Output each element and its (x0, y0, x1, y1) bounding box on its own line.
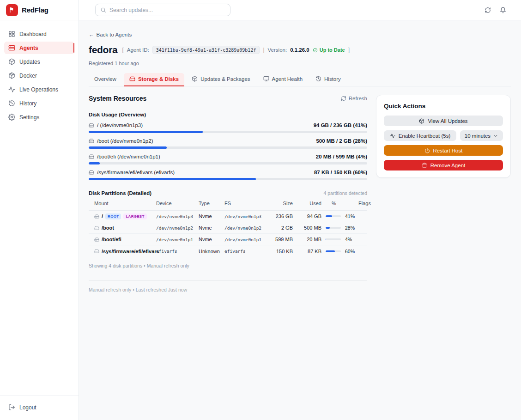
remove-agent-button[interactable]: Remove Agent (384, 160, 503, 170)
partitions-table: MountDeviceTypeFSSizeUsed%Flags/ROOTLARG… (89, 201, 367, 257)
tab-history[interactable]: History (310, 73, 346, 86)
tab-agent-health[interactable]: Agent Health (258, 73, 309, 86)
version-value: 0.1.26.0 (290, 47, 309, 53)
sidebar-item-dashboard[interactable]: Dashboard (4, 28, 74, 40)
view-all-updates-button[interactable]: View All Updates (384, 116, 503, 126)
logout-label: Logout (19, 404, 36, 411)
section-title: System Resources (89, 95, 146, 102)
disk-usage-heading: Disk Usage (Overview) (89, 112, 367, 117)
harddrive-icon (89, 154, 94, 159)
search-input[interactable]: Search updates... (95, 4, 230, 16)
package-icon (8, 58, 15, 65)
logout-icon (8, 404, 15, 411)
sidebar-item-agents[interactable]: Agents (4, 42, 74, 54)
sync-icon[interactable] (485, 7, 491, 13)
quick-actions-panel: Quick Actions View All Updates Enable He… (376, 95, 511, 178)
history-icon (8, 100, 15, 107)
sidebar-item-history[interactable]: History (4, 97, 74, 110)
activity-icon (8, 86, 15, 93)
enable-heartbeat-button[interactable]: Enable Heartbeat (5s) (384, 130, 456, 141)
table-header: MountDeviceTypeFSSizeUsed%Flags (89, 201, 367, 211)
back-link[interactable]: ← Back to Agents (89, 32, 132, 37)
harddrive-icon (89, 122, 94, 128)
column-header-device: Device (156, 201, 199, 206)
interval-select[interactable]: 10 minutes (460, 130, 503, 141)
sidebar-nav: DashboardAgentsUpdatesDockerLive Operati… (0, 20, 79, 123)
version-label: Version: (268, 47, 287, 53)
column-header-mount: Mount (94, 201, 156, 206)
used-cell: 87 KB (293, 249, 321, 254)
logout-button[interactable]: Logout (4, 401, 74, 414)
disk-usage-value: 20 MB / 599 MB (4%) (316, 154, 367, 159)
page-title: fedora (89, 44, 117, 55)
disk-usage-value: 500 MB / 2 GB (28%) (316, 138, 367, 144)
size-cell: 2 GB (270, 225, 293, 231)
disk-usage-row: /sys/firmware/efi/efivars (efivarfs)87 K… (89, 170, 367, 180)
harddrive-icon (94, 249, 99, 254)
disk-progress-bar (89, 162, 367, 164)
harddrive-icon (129, 76, 135, 82)
history-icon (315, 76, 321, 82)
table-row: /boot/dev/nvme0n1p2Nvme/dev/nvme0n1p22 G… (89, 222, 367, 234)
table-row: /boot/efi/dev/nvme0n1p1Nvme/dev/nvme0n1p… (89, 234, 367, 245)
main-area: Search updates... ← Back to Agents fedor… (79, 0, 521, 420)
bracket-open: [ (122, 47, 123, 53)
badge-largest: LARGEST (123, 213, 146, 219)
percent-bar (326, 215, 341, 217)
restart-host-button[interactable]: Restart Host (384, 145, 503, 156)
system-resources-section: System Resources Refresh Disk Usage (Ove… (89, 95, 367, 292)
separator: | (263, 47, 264, 53)
bell-icon[interactable] (500, 7, 506, 13)
sidebar-item-docker[interactable]: Docker (4, 69, 74, 82)
percent-bar (326, 238, 341, 240)
tab-overview[interactable]: Overview (89, 73, 122, 86)
size-cell: 599 MB (270, 237, 293, 242)
fs-cell: /dev/nvme0n1p1 (224, 237, 270, 242)
harddrive-icon (89, 138, 94, 144)
used-cell: 500 MB (293, 225, 321, 231)
column-header-flags: Flags (358, 201, 371, 206)
harddrive-icon (89, 170, 94, 175)
used-cell: 20 MB (293, 237, 321, 242)
mount-cell: /ROOTLARGEST (94, 213, 156, 219)
column-header-fs: FS (224, 201, 270, 206)
percent-bar (326, 250, 341, 252)
percent-cell: 4% (321, 237, 358, 242)
sidebar-item-live-operations[interactable]: Live Operations (4, 83, 74, 96)
size-cell: 150 KB (270, 249, 293, 254)
refresh-status-text: Manual refresh only • Last refreshed Jus… (89, 287, 367, 292)
table-row: /sys/firmware/efi/efivarsefivarfsUnknown… (89, 245, 367, 257)
content: ← Back to Agents fedora [ Agent ID: 341f… (79, 20, 521, 420)
size-cell: 236 GB (270, 213, 293, 219)
mount-cell: /sys/firmware/efi/efivars (94, 249, 156, 254)
agent-id-label: Agent ID: (127, 47, 149, 53)
status-badge: Up to Date (313, 47, 345, 53)
activity-icon (390, 133, 395, 139)
tab-bar: OverviewStorage & DisksUpdates & Package… (89, 73, 511, 86)
column-header-used: Used (293, 201, 321, 206)
trash-icon (422, 163, 427, 168)
chevron-down-icon (493, 133, 498, 139)
type-cell: Nvme (199, 237, 224, 242)
monitor-icon (263, 76, 269, 82)
partitions-count: 4 partitions detected (323, 190, 367, 196)
sidebar-item-updates[interactable]: Updates (4, 55, 74, 68)
type-cell: Unknown (199, 249, 224, 254)
grid-icon (8, 30, 15, 37)
fs-cell: efivarfs (224, 249, 270, 254)
harddrive-icon (94, 237, 99, 242)
tab-updates-packages[interactable]: Updates & Packages (186, 73, 255, 86)
search-placeholder: Search updates... (109, 7, 153, 13)
percent-cell: 41% (321, 213, 358, 219)
refresh-icon (341, 96, 346, 101)
disk-usage-value: 94 GB / 236 GB (41%) (314, 122, 367, 128)
disk-progress-bar (89, 131, 367, 133)
disk-progress-bar (89, 178, 367, 180)
table-row: /ROOTLARGEST/dev/nvme0n1p3Nvme/dev/nvme0… (89, 211, 367, 222)
tab-storage-disks[interactable]: Storage & Disks (124, 73, 184, 86)
topbar: Search updates... (79, 0, 521, 20)
type-cell: Nvme (199, 225, 224, 231)
redflag-logo-icon (6, 4, 18, 16)
sidebar-item-settings[interactable]: Settings (4, 111, 74, 123)
refresh-button[interactable]: Refresh (341, 96, 367, 101)
